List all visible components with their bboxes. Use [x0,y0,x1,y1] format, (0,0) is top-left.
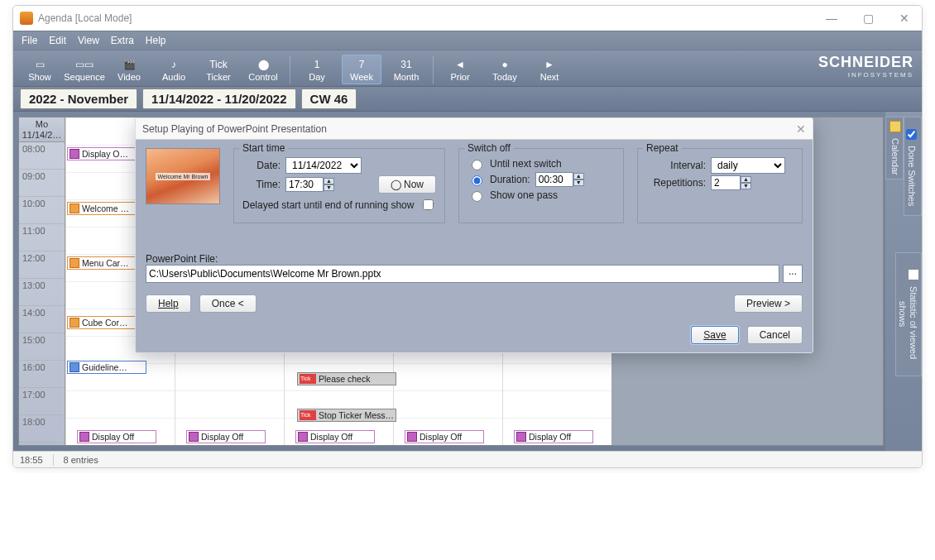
event-display-off-3[interactable]: Display Off [295,430,375,443]
help-button[interactable]: Help [146,294,191,313]
tool-day[interactable]: 1Day [297,55,337,84]
tab-done-switches[interactable]: Done Switches [904,117,922,216]
tool-video[interactable]: 🎬Video [109,55,149,84]
calendar-pane: Mo 11/14/2… 08:0009:0010:0011:0012:0013:… [18,117,884,446]
dialog-titlebar: Setup Playing of PowerPoint Presentation… [136,118,813,140]
left-hour: 09:00 [19,170,65,197]
range-box[interactable]: 11/14/2022 - 11/20/2022 [142,89,295,109]
status-time: 18:55 [20,455,43,465]
workspace: Mo 11/14/2… 08:0009:0010:0011:0012:0013:… [13,112,922,451]
audio-icon: ♪ [166,57,181,72]
maximize-button[interactable]: ▢ [857,12,879,25]
app-window: Agenda [Local Mode] — ▢ ✕ File Edit View… [12,5,923,468]
tool-sequence[interactable]: ▭▭Sequence [65,55,104,84]
menu-view[interactable]: View [78,35,99,46]
label-time: Time: [242,179,280,190]
date-select[interactable]: 11/14/2022 [285,157,362,174]
once-button[interactable]: Once < [199,294,257,313]
minimize-button[interactable]: — [821,12,842,25]
tool-today[interactable]: ●Today [485,55,525,84]
tool-ticker[interactable]: TickTicker [199,55,238,84]
duration-spinner[interactable]: ▲▼ [573,173,584,186]
slide-thumbnail: Welcome Mr Brown [146,148,220,204]
setup-powerpoint-dialog: Setup Playing of PowerPoint Presentation… [135,117,813,353]
menubar: File Edit View Extra Help [13,31,922,50]
left-hour: 12:00 [19,251,65,279]
legend-repeat: Repeat [643,142,682,154]
outer-side-tabs: Done Switches Planned Switches Statistic… [904,112,922,451]
chart-icon [908,269,919,280]
next-icon: ► [542,57,557,72]
label-date: Date: [242,160,280,171]
left-hour: 13:00 [19,279,65,306]
app-icon [20,12,33,25]
column-header-mon: Mo 11/14/2… [19,117,65,142]
tool-show[interactable]: ▭Show [20,55,60,84]
file-path-input[interactable] [146,265,779,283]
menu-help[interactable]: Help [146,35,166,46]
tab-calendar[interactable]: Calendar [885,117,904,179]
event-display-off-4[interactable]: Display Off [405,430,484,443]
menu-file[interactable]: File [22,35,37,46]
col-head-date: 11/14/2… [19,130,65,141]
label-duration: Duration: [490,174,530,185]
label-interval: Interval: [646,160,706,171]
cancel-button[interactable]: Cancel [747,326,803,344]
repetitions-input[interactable] [711,175,741,190]
interval-select[interactable]: daily [711,157,785,174]
menu-extra[interactable]: Extra [111,35,134,46]
tool-month[interactable]: 31Month [386,55,426,84]
left-hour: 16:00 [19,361,65,388]
toolbar: ▭Show▭▭Sequence🎬Video♪AudioTickTicker⬤Co… [13,50,922,87]
left-hour: 08:00 [19,142,65,170]
col-head-day: Mo [19,119,65,130]
left-hour: 10:00 [19,197,65,224]
menu-edit[interactable]: Edit [49,35,66,46]
legend-switch: Switch off [464,142,514,154]
done-switches-checkbox[interactable] [906,129,917,140]
dialog-close-icon[interactable]: ✕ [796,122,806,136]
event-guideline[interactable]: Guideline… [67,361,146,374]
brand-line1: SCHNEIDER [818,54,913,71]
label-until-next: Until next switch [490,158,562,170]
left-hour: 18:00 [19,415,65,443]
tool-next[interactable]: ►Next [530,55,569,84]
show-icon: ▭ [32,57,47,72]
fieldset-start-time: Start time Date: 11/14/2022 Time: [233,148,445,223]
tool-prior[interactable]: ◄Prior [440,55,480,84]
radio-duration[interactable] [472,175,482,186]
tool-week[interactable]: 7Week [342,55,381,84]
week-icon: 7 [354,57,369,72]
event-display-off-2[interactable]: Display Off [186,430,266,443]
now-button[interactable]: ◯ Now [378,175,436,194]
cw-box[interactable]: CW 46 [301,89,357,109]
event-display-off-5[interactable]: Display Off [514,430,593,443]
month-icon: 31 [399,57,414,72]
delayed-checkbox[interactable] [423,199,434,210]
fieldset-switch-off: Switch off Until next switch Duration: ▲… [458,148,624,223]
repetitions-spinner[interactable]: ▲▼ [741,176,751,189]
duration-input[interactable] [535,172,573,187]
sequence-icon: ▭▭ [77,57,92,72]
radio-one-pass[interactable] [472,191,482,202]
event-display-off-1[interactable]: Display Off [77,430,156,443]
close-button[interactable]: ✕ [894,12,915,25]
video-icon: 🎬 [122,57,137,72]
time-spinner[interactable]: ▲▼ [324,178,334,191]
preview-button[interactable]: Preview > [734,294,803,313]
tool-audio[interactable]: ♪Audio [154,55,194,84]
save-button[interactable]: Save [691,326,738,344]
dialog-title: Setup Playing of PowerPoint Presentation [142,123,327,135]
tab-statistic[interactable]: Statistic of viewed shows [895,252,922,376]
label-delayed: Delayed start until end of running show [242,199,415,211]
month-box[interactable]: 2022 - November [20,89,137,109]
time-input[interactable] [285,177,324,192]
calendar-icon [889,121,901,132]
tool-control[interactable]: ⬤Control [243,55,283,84]
radio-until-next[interactable] [472,160,482,170]
event-please-check[interactable]: TickPlease check [297,372,396,385]
brand-logo: SCHNEIDER INFOSYSTEMS [818,54,913,79]
browse-button[interactable]: ... [783,265,803,283]
date-info-bar: 2022 - November 11/14/2022 - 11/20/2022 … [13,87,922,112]
event-stop-ticker[interactable]: TickStop Ticker Mess… [297,409,396,422]
